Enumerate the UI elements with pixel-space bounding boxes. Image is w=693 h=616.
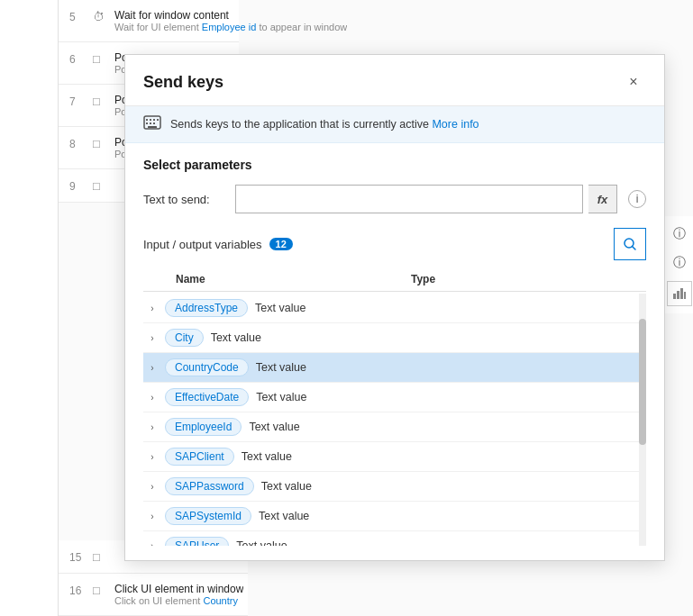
svg-rect-7: [153, 119, 155, 121]
var-row-addresstype[interactable]: › AddressType Text value: [143, 294, 646, 323]
var-type-effectivedate: Text value: [249, 391, 646, 403]
popup-icon-9: □: [93, 179, 109, 193]
var-chip-city[interactable]: City: [165, 329, 204, 347]
svg-rect-3: [684, 292, 686, 299]
var-row-sappassword[interactable]: › SAPPassword Text value: [143, 472, 646, 502]
var-type-sappassword: Text value: [254, 480, 646, 493]
var-row-effectivedate[interactable]: › EffectiveDate Text value: [143, 383, 646, 412]
modal-header: Send keys ×: [125, 55, 664, 106]
form-row: Text to send: fx i: [143, 185, 646, 213]
expand-icon-employeeid[interactable]: ›: [143, 418, 161, 436]
column-type-header: Type: [411, 273, 646, 285]
var-row-city[interactable]: › City Text value: [143, 323, 646, 353]
popup-icon-7: □: [93, 95, 109, 108]
variables-header: Input / output variables 12: [143, 228, 646, 260]
svg-line-14: [633, 247, 636, 250]
info-text: Sends keys to the application that is cu…: [170, 118, 479, 131]
modal-body: Select parameters Text to send: fx i Inp…: [125, 143, 664, 560]
workflow-item-16[interactable]: 16 □ Click UI element in window Click on…: [59, 574, 248, 616]
send-keys-modal: Send keys × Sends keys to the applicatio…: [124, 54, 665, 561]
variables-section: Input / output variables 12 Name Type: [143, 228, 646, 546]
popup-icon-8: □: [93, 137, 109, 150]
svg-rect-12: [148, 126, 157, 128]
expand-icon-sappassword[interactable]: ›: [143, 477, 161, 495]
expand-icon-effectivedate[interactable]: ›: [143, 388, 161, 406]
keyboard-icon: [143, 115, 161, 133]
text-to-send-input[interactable]: [235, 185, 583, 213]
var-row-countrycode[interactable]: › CountryCode Text value: [143, 353, 646, 383]
scrollbar-track[interactable]: [639, 294, 646, 546]
var-chip-countrycode[interactable]: CountryCode: [165, 358, 249, 376]
var-chip-sapuser[interactable]: SAPUser: [165, 537, 229, 546]
scrollbar-thumb[interactable]: [639, 319, 646, 445]
var-chip-effectivedate[interactable]: EffectiveDate: [165, 388, 249, 406]
variables-list: › AddressType Text value › City Text val…: [143, 294, 646, 546]
var-chip-sapclient[interactable]: SAPClient: [165, 448, 234, 466]
expand-icon-sapclient[interactable]: ›: [143, 448, 161, 466]
workflow-sidebar: [0, 0, 59, 616]
expand-icon-sapuser[interactable]: ›: [143, 537, 161, 546]
section-title: Select parameters: [143, 158, 646, 172]
svg-rect-11: [153, 122, 155, 124]
modal-title: Send keys: [143, 73, 223, 92]
right-sidebar: ⓘ ⓘ: [664, 216, 693, 313]
text-input-wrap: fx: [235, 185, 617, 213]
workflow-item-5[interactable]: 5 ⏱ Wait for window content Wait for UI …: [59, 0, 239, 42]
svg-rect-0: [673, 294, 676, 299]
variables-search-button[interactable]: [614, 228, 646, 260]
expand-icon-addresstype[interactable]: ›: [143, 299, 161, 317]
svg-rect-2: [680, 288, 683, 299]
var-type-sapclient: Text value: [234, 450, 646, 463]
var-type-employeeid: Text value: [242, 421, 646, 433]
svg-rect-9: [146, 122, 148, 124]
var-chip-employeeid[interactable]: EmployeeId: [165, 418, 242, 436]
svg-rect-5: [146, 119, 148, 121]
var-type-sapuser: Text value: [229, 539, 646, 546]
svg-rect-6: [150, 119, 151, 121]
more-info-link[interactable]: More info: [432, 118, 479, 131]
column-name-header: Name: [143, 273, 411, 285]
var-row-sapsystemid[interactable]: › SAPSystemId Text value: [143, 502, 646, 531]
wait-icon: ⏱: [93, 10, 109, 23]
variables-title-wrap: Input / output variables 12: [143, 238, 293, 251]
var-row-sapclient[interactable]: › SAPClient Text value: [143, 442, 646, 472]
var-chip-addresstype[interactable]: AddressType: [165, 299, 248, 317]
expand-icon-countrycode[interactable]: ›: [143, 358, 161, 376]
expand-icon-city[interactable]: ›: [143, 329, 161, 347]
variables-label: Input / output variables: [143, 238, 262, 251]
var-type-countrycode: Text value: [249, 361, 646, 374]
chart-button[interactable]: [667, 281, 692, 306]
svg-rect-1: [677, 291, 679, 299]
fx-button[interactable]: fx: [588, 185, 617, 213]
popup-icon-6: □: [93, 52, 109, 66]
svg-rect-10: [150, 122, 151, 124]
var-type-city: Text value: [204, 331, 646, 344]
text-to-send-label: Text to send:: [143, 193, 224, 206]
click-icon: □: [93, 584, 109, 597]
info-icon-1[interactable]: ⓘ: [669, 223, 690, 245]
variables-count-badge: 12: [269, 238, 293, 250]
info-banner: Sends keys to the application that is cu…: [125, 106, 664, 143]
var-row-sapuser[interactable]: › SAPUser Text value: [143, 531, 646, 546]
info-icon-2[interactable]: ⓘ: [669, 252, 690, 274]
var-row-employeeid[interactable]: › EmployeeId Text value: [143, 412, 646, 442]
form-info-icon[interactable]: i: [628, 190, 646, 208]
var-type-addresstype: Text value: [248, 302, 646, 314]
modal-close-button[interactable]: ×: [621, 69, 646, 95]
expand-icon-sapsystemid[interactable]: ›: [143, 507, 161, 525]
popup-icon-15: □: [93, 550, 109, 564]
var-chip-sappassword[interactable]: SAPPassword: [165, 477, 254, 495]
var-type-sapsystemid: Text value: [251, 510, 646, 522]
var-chip-sapsystemid[interactable]: SAPSystemId: [165, 507, 251, 525]
svg-rect-8: [157, 119, 159, 121]
variables-table-header: Name Type: [143, 269, 646, 292]
